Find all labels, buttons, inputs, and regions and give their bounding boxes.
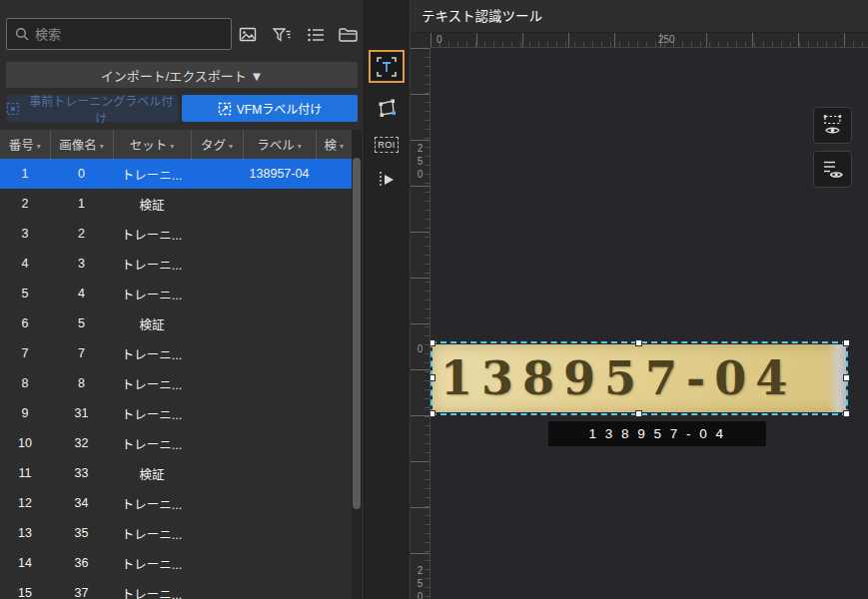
table-cell xyxy=(243,338,316,368)
table-header-row: 番号▾画像名▾セット▾タグ▾ラベル▾検▾ xyxy=(0,130,352,159)
search-input-wrapper[interactable] xyxy=(6,18,232,50)
image-icon[interactable] xyxy=(237,24,261,46)
table-row[interactable]: 43トレーニ... xyxy=(0,249,352,279)
table-scrollbar[interactable] xyxy=(352,130,362,599)
selection-handle[interactable] xyxy=(431,374,435,381)
pretrain-label-button[interactable]: 事前トレーニングラベル付け xyxy=(6,95,178,122)
filter-caret-icon[interactable]: ▾ xyxy=(170,142,174,151)
column-header-label: タグ xyxy=(201,139,226,153)
table-row[interactable]: 10トレーニ...138957-04 xyxy=(0,159,352,189)
table-row[interactable]: 1335トレーニ... xyxy=(0,518,352,548)
ruler-label: 250 xyxy=(415,143,426,182)
table-cell: 4 xyxy=(50,279,113,308)
table-cell: 検証 xyxy=(113,308,191,338)
table-cell: トレーニ... xyxy=(113,159,191,189)
table-cell xyxy=(243,398,316,428)
selection-handle[interactable] xyxy=(843,374,850,381)
table-cell: 37 xyxy=(50,578,113,599)
table-cell: 2 xyxy=(0,189,50,219)
column-header[interactable]: 番号▾ xyxy=(0,130,50,159)
table-cell: 32 xyxy=(50,428,113,458)
column-header[interactable]: セット▾ xyxy=(113,130,191,159)
table-row[interactable]: 1436トレーニ... xyxy=(0,548,352,578)
label-visibility-button[interactable] xyxy=(813,151,852,188)
annotation-tool-strip: ROI xyxy=(365,0,410,599)
table-cell: 36 xyxy=(50,548,113,578)
selection-handle[interactable] xyxy=(843,410,850,417)
column-header-label: 画像名 xyxy=(59,139,97,153)
table-row[interactable]: 32トレーニ... xyxy=(0,219,352,249)
table-cell xyxy=(243,308,316,338)
vfm-label-text: VFMラベル付け xyxy=(237,100,322,117)
selection-handle[interactable] xyxy=(635,339,642,346)
image-canvas[interactable]: 138957-04 1 3 8 9 5 7 - 0 4 xyxy=(431,48,868,599)
filter-caret-icon[interactable]: ▾ xyxy=(100,142,104,151)
table-row[interactable]: 1234トレーニ... xyxy=(0,488,352,518)
table-cell xyxy=(316,428,352,458)
table-row[interactable]: 54トレーニ... xyxy=(0,279,352,308)
column-header[interactable]: 検▾ xyxy=(316,130,352,159)
table-row[interactable]: 65検証 xyxy=(0,308,352,338)
label-visibility-icon xyxy=(821,158,845,182)
table-row[interactable]: 77トレーニ... xyxy=(0,338,352,368)
polygon-tool-button[interactable] xyxy=(369,91,405,124)
table-cell xyxy=(316,308,352,338)
filter-icon[interactable] xyxy=(270,24,294,46)
table-cell: トレーニ... xyxy=(113,518,191,548)
table-cell: 8 xyxy=(50,368,113,398)
table-cell: 0 xyxy=(50,159,113,189)
list-view-icon[interactable] xyxy=(304,24,328,46)
table-row[interactable]: 1032トレーニ... xyxy=(0,428,352,458)
selection-handle[interactable] xyxy=(431,410,435,417)
table-row[interactable]: 21検証 xyxy=(0,189,352,219)
pretrain-frame-icon xyxy=(6,102,20,116)
table-cell xyxy=(316,159,352,189)
table-row[interactable]: 931トレーニ... xyxy=(0,398,352,428)
table-cell xyxy=(243,488,316,518)
table-cell: 2 xyxy=(50,219,113,249)
table-scrollbar-thumb[interactable] xyxy=(353,158,361,509)
selection-handle[interactable] xyxy=(635,410,642,417)
table-row[interactable]: 88トレーニ... xyxy=(0,368,352,398)
table-cell: トレーニ... xyxy=(113,338,191,368)
horizontal-ruler: 0 250 xyxy=(431,33,868,48)
table-cell: トレーニ... xyxy=(113,219,191,249)
column-header-label: 番号 xyxy=(9,139,34,153)
text-recognition-tool-window: インポート/エクスポート ▼ 事前トレーニングラベル付け VFMラベル付け xyxy=(0,0,868,599)
filter-caret-icon[interactable]: ▾ xyxy=(340,142,344,151)
table-cell xyxy=(316,279,352,308)
ruler-label: 250 xyxy=(415,565,426,599)
search-input[interactable] xyxy=(35,27,223,42)
selection-visibility-button[interactable] xyxy=(813,107,852,144)
column-header-label: ラベル xyxy=(257,139,295,153)
text-annotation-tool-button[interactable] xyxy=(369,50,405,83)
table-cell: トレーニ... xyxy=(113,488,191,518)
table-cell xyxy=(191,159,243,189)
table-cell xyxy=(191,189,243,219)
import-export-button[interactable]: インポート/エクスポート ▼ xyxy=(6,62,358,88)
column-header[interactable]: ラベル▾ xyxy=(243,130,316,159)
vfm-label-button[interactable]: VFMラベル付け xyxy=(182,95,358,122)
filter-caret-icon[interactable]: ▾ xyxy=(298,142,302,151)
move-tool-button[interactable] xyxy=(369,163,405,196)
selection-visibility-icon xyxy=(821,114,845,138)
ruler-label: 0 xyxy=(415,343,426,356)
selection-handle[interactable] xyxy=(431,339,435,346)
text-region-selection[interactable] xyxy=(431,341,848,415)
table-cell xyxy=(191,578,243,599)
table-cell xyxy=(316,219,352,249)
selection-handle[interactable] xyxy=(843,339,850,346)
folder-icon[interactable] xyxy=(337,24,361,46)
filter-caret-icon[interactable]: ▾ xyxy=(229,142,233,151)
filter-caret-icon[interactable]: ▾ xyxy=(37,142,41,151)
column-header[interactable]: 画像名▾ xyxy=(50,130,113,159)
table-cell: トレーニ... xyxy=(113,368,191,398)
column-header[interactable]: タグ▾ xyxy=(191,130,243,159)
table-cell: 5 xyxy=(0,279,50,308)
table-row[interactable]: 1537トレーニ... xyxy=(0,578,352,599)
image-list-panel: インポート/エクスポート ▼ 事前トレーニングラベル付け VFMラベル付け xyxy=(0,0,365,599)
table-cell xyxy=(316,249,352,279)
table-cell xyxy=(243,249,316,279)
roi-tool-button[interactable]: ROI xyxy=(369,128,405,161)
table-row[interactable]: 1133検証 xyxy=(0,458,352,488)
